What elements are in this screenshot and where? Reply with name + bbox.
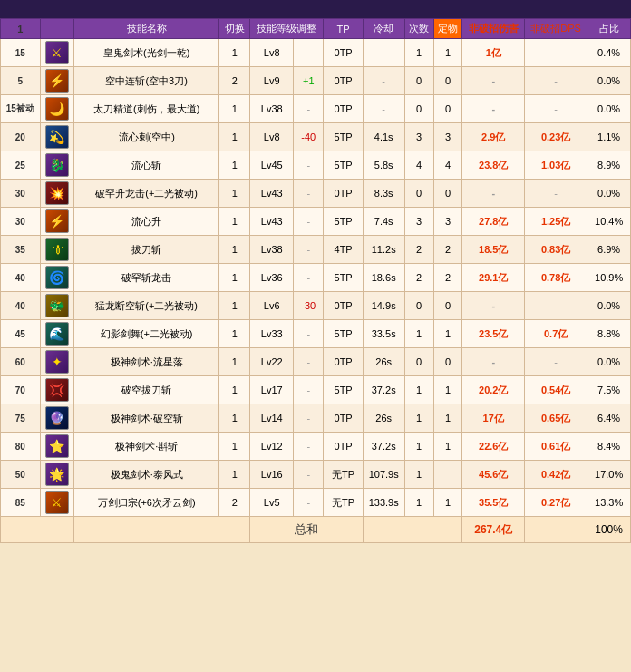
cell-name: 极神剑术·斟斩: [74, 433, 219, 461]
cell-level: Lv16: [250, 461, 294, 489]
cell-level: Lv38: [250, 236, 294, 264]
cell-count2: [433, 461, 462, 489]
header-cd: 冷却: [363, 19, 404, 39]
cell-level: Lv22: [250, 348, 294, 376]
skill-icon: ⚡: [45, 209, 69, 233]
skill-icon: ⭐: [45, 434, 69, 458]
cell-count2: 3: [433, 208, 462, 236]
cell-level: Lv5: [250, 489, 294, 517]
cell-pct: 0.0%: [587, 95, 631, 123]
skill-icon: 🗡: [45, 238, 69, 261]
skill-icon: 🐲: [45, 294, 69, 317]
cell-pct: 0.0%: [587, 348, 631, 376]
cell-name: 极神剑术·流星落: [74, 348, 219, 376]
cell-num: 50: [1, 461, 41, 489]
cell-count2: 0: [433, 348, 462, 376]
cell-dmg: -: [462, 292, 525, 320]
cell-icon: ⚡: [40, 208, 74, 236]
header-set: 定物: [433, 19, 462, 39]
cell-tp: 4TP: [324, 236, 363, 264]
skill-icon: ⚡: [45, 69, 69, 93]
cell-pct: 7.5%: [587, 376, 631, 404]
cell-icon: 🌀: [40, 264, 74, 292]
cell-dps: 0.65亿: [525, 404, 587, 433]
cell-name: 破罕升龙击(+二光被动): [74, 180, 219, 208]
cell-level: Lv33: [250, 320, 294, 348]
cell-icon: 🐉: [40, 151, 74, 180]
cell-switch: 1: [219, 39, 250, 67]
cell-cd: 14.9s: [363, 292, 404, 320]
footer-total-dmg: 267.4亿: [462, 517, 525, 543]
cell-switch: 1: [219, 404, 250, 433]
skill-icon: 🌀: [45, 266, 69, 289]
cell-dps: -: [525, 180, 587, 208]
cell-count2: 1: [433, 320, 462, 348]
cell-cd: 4.1s: [363, 123, 404, 151]
header-tp: TP: [324, 19, 363, 39]
cell-count1: 2: [404, 264, 433, 292]
cell-icon: ⚡: [40, 67, 74, 95]
cell-icon: ⚔: [40, 39, 74, 67]
cell-num: 80: [1, 433, 41, 461]
table-row: 85 ⚔ 万剑归宗(+6次矛云剑) 2 Lv5 - 无TP 133.9s 1 1…: [1, 489, 631, 517]
cell-tp: 0TP: [324, 67, 363, 95]
cell-dmg: 17亿: [462, 404, 525, 433]
skill-icon: 🐉: [45, 153, 69, 177]
cell-cd: 5.8s: [363, 151, 404, 180]
header-count1: 次数: [404, 19, 433, 39]
cell-count2: 2: [433, 264, 462, 292]
cell-count2: 0: [433, 95, 462, 123]
table-row: 5 ⚡ 空中连斩(空中3刀) 2 Lv9 +1 0TP - 0 0 - - 0.…: [1, 67, 631, 95]
header-pct: 占比: [587, 19, 631, 39]
cell-count2: 1: [433, 489, 462, 517]
cell-dmg: 23.5亿: [462, 320, 525, 348]
cell-cd: 107.9s: [363, 461, 404, 489]
cell-name: 流心升: [74, 208, 219, 236]
cell-count2: 0: [433, 67, 462, 95]
table-row: 40 🌀 破罕斩龙击 1 Lv36 - 5TP 18.6s 2 2 29.1亿 …: [1, 264, 631, 292]
cell-level-adj: -: [294, 433, 324, 461]
cell-num: 35: [1, 236, 41, 264]
cell-count2: 0: [433, 292, 462, 320]
cell-dmg: -: [462, 67, 525, 95]
cell-level-adj: -: [294, 39, 324, 67]
table-row: 80 ⭐ 极神剑术·斟斩 1 Lv12 - 0TP 37.2s 1 1 22.6…: [1, 433, 631, 461]
cell-level-adj: -: [294, 236, 324, 264]
cell-icon: ⭐: [40, 433, 74, 461]
cell-name: 猛龙断空斩(+二光被动): [74, 292, 219, 320]
cell-level: Lv43: [250, 208, 294, 236]
cell-num: 5: [1, 67, 41, 95]
cell-pct: 0.0%: [587, 292, 631, 320]
cell-dps: 0.54亿: [525, 376, 587, 404]
cell-level: Lv36: [250, 264, 294, 292]
cell-name: 极鬼剑术·泰风式: [74, 461, 219, 489]
cell-dps: 0.7亿: [525, 320, 587, 348]
table-row: 45 🌊 幻影剑舞(+二光被动) 1 Lv33 - 5TP 33.5s 1 1 …: [1, 320, 631, 348]
cell-switch: 1: [219, 208, 250, 236]
cell-pct: 8.9%: [587, 151, 631, 180]
cell-dps: 0.78亿: [525, 264, 587, 292]
cell-level-adj: -: [294, 376, 324, 404]
cell-cd: -: [363, 67, 404, 95]
cell-dps: 1.03亿: [525, 151, 587, 180]
footer-label: 总和: [250, 517, 363, 543]
cell-level: Lv9: [250, 67, 294, 95]
skill-icon: 🌟: [45, 463, 69, 486]
cell-pct: 13.3%: [587, 489, 631, 517]
cell-dmg: 45.6亿: [462, 461, 525, 489]
cell-tp: 无TP: [324, 489, 363, 517]
table-row: 20 💫 流心刺(空中) 1 Lv8 -40 5TP 4.1s 3 3 2.9亿…: [1, 123, 631, 151]
cell-level-adj: +1: [294, 67, 324, 95]
cell-pct: 0.4%: [587, 39, 631, 67]
cell-pct: 8.8%: [587, 320, 631, 348]
cell-count2: 1: [433, 39, 462, 67]
cell-dps: -: [525, 348, 587, 376]
cell-cd: 26s: [363, 404, 404, 433]
cell-level: Lv45: [250, 151, 294, 180]
cell-switch: 1: [219, 376, 250, 404]
table-row: 35 🗡 拔刀斩 1 Lv38 - 4TP 11.2s 2 2 18.5亿 0.…: [1, 236, 631, 264]
cell-switch: 1: [219, 123, 250, 151]
skill-icon: ⚔: [45, 491, 69, 514]
table-row: 30 💥 破罕升龙击(+二光被动) 1 Lv43 - 0TP 8.3s 0 0 …: [1, 180, 631, 208]
cell-pct: 17.0%: [587, 461, 631, 489]
